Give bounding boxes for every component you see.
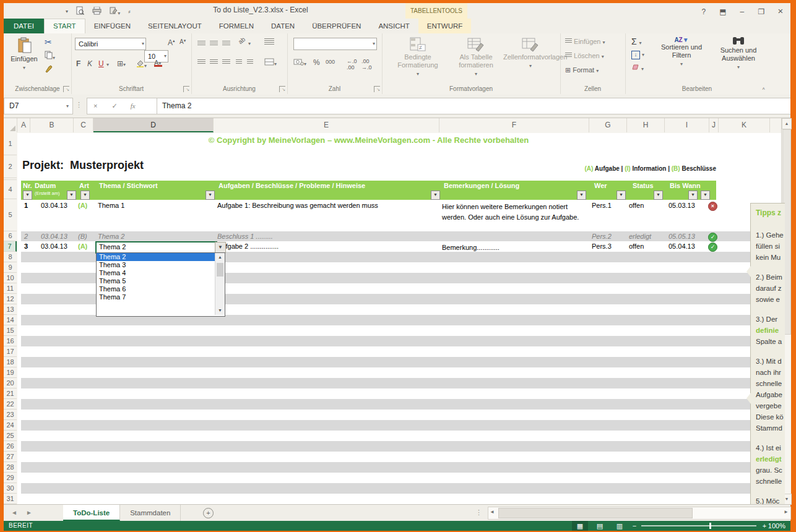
column-header-b[interactable]: B bbox=[30, 118, 74, 132]
green-check-icon[interactable]: ✓ bbox=[708, 242, 717, 252]
cells-format-button[interactable]: ⊞ Format ▾ bbox=[565, 66, 599, 74]
cell-wer[interactable]: Pers.1 bbox=[592, 202, 612, 209]
cell-bis-wann[interactable]: 05.05.13 bbox=[668, 233, 695, 240]
align-center-icon[interactable] bbox=[210, 59, 218, 65]
increase-decimal-icon[interactable]: ←.0.00 bbox=[347, 58, 357, 71]
number-format-select[interactable]: ▾ bbox=[293, 38, 377, 50]
align-left-icon[interactable] bbox=[197, 59, 205, 65]
dropdown-option[interactable]: Thema 7 bbox=[97, 293, 215, 301]
cell-datum[interactable]: 03.04.13 bbox=[41, 202, 67, 209]
row-header-4[interactable]: 4 bbox=[4, 180, 17, 199]
percent-style-button[interactable]: % bbox=[313, 58, 320, 67]
confirm-entry-icon[interactable]: ✓ bbox=[106, 102, 124, 109]
cell-aufgabe[interactable]: Aufgabe 1: Beschreibung was gemacht werd… bbox=[217, 202, 378, 209]
sort-filter-button[interactable]: AZ▼ Sortieren und Filtern ▾ bbox=[655, 36, 708, 67]
font-name-select[interactable]: Calibri▾ bbox=[75, 38, 146, 50]
format-painter-small-icon[interactable] bbox=[45, 64, 53, 74]
name-box-dropdown-icon[interactable]: ▾ bbox=[66, 98, 69, 114]
filter-thema-icon[interactable]: ▼ bbox=[205, 191, 215, 200]
row-header-1[interactable]: 1 bbox=[4, 133, 17, 155]
row-header-15[interactable]: 15 bbox=[4, 325, 17, 336]
grow-font-icon[interactable]: A▴ bbox=[168, 38, 175, 47]
conditional-formatting-button[interactable]: ≠ Bedingte Formatierung ▾ bbox=[391, 37, 445, 77]
align-bottom-icon[interactable] bbox=[222, 41, 230, 46]
filter-ampel-icon[interactable]: ▼ bbox=[701, 191, 710, 200]
formula-input[interactable]: Thema 2 bbox=[157, 98, 790, 114]
row-header-18[interactable]: 18 bbox=[4, 357, 17, 367]
help-button[interactable]: ? bbox=[695, 4, 712, 20]
shrink-font-icon[interactable]: A▾ bbox=[180, 38, 186, 45]
green-check-icon[interactable]: ✓ bbox=[708, 233, 717, 242]
row-header-12[interactable]: 12 bbox=[4, 294, 17, 304]
zoom-slider-track[interactable] bbox=[641, 525, 756, 526]
row-header-5[interactable]: 5 bbox=[4, 199, 17, 231]
underline-dropdown-icon[interactable]: ▾ bbox=[106, 62, 109, 67]
row-header-20[interactable]: 20 bbox=[4, 378, 17, 388]
cell-datum[interactable]: 03.04.13 bbox=[41, 233, 67, 240]
fill-icon[interactable]: ↓ ▾ bbox=[631, 50, 644, 59]
row-header-29[interactable]: 29 bbox=[4, 473, 17, 483]
filter-art-icon[interactable]: ▼ bbox=[80, 191, 90, 200]
sheet-tab-todo-liste[interactable]: ToDo-Liste bbox=[63, 505, 120, 521]
dropdown-scroll-up-icon[interactable]: ▲ bbox=[215, 253, 225, 262]
collapse-ribbon-icon[interactable]: ˄ bbox=[762, 86, 765, 92]
zoom-out-icon[interactable]: − bbox=[630, 521, 639, 531]
zoom-level[interactable]: 100% bbox=[768, 521, 785, 531]
cell-status[interactable]: erledigt bbox=[629, 233, 651, 240]
dropdown-scrollbar[interactable]: ▲ ▼ bbox=[215, 253, 225, 315]
ribbon-tab-entwurf[interactable]: ENTWURF bbox=[418, 19, 472, 33]
filter-status-icon[interactable]: ▼ bbox=[654, 191, 663, 200]
cell-nr[interactable]: 3 bbox=[24, 242, 28, 250]
autosum-icon[interactable]: Σ ▾ bbox=[631, 36, 642, 46]
filter-nr-icon[interactable]: ▼ bbox=[23, 191, 32, 200]
column-header-g[interactable]: G bbox=[589, 118, 627, 132]
wrap-text-icon[interactable] bbox=[264, 38, 274, 46]
ribbon-tab-überprüfen[interactable]: ÜBERPRÜFEN bbox=[303, 19, 370, 33]
column-header-k[interactable]: K bbox=[719, 118, 770, 132]
cell-bemerkung[interactable]: Hier können weitere Bemerkungen notiert … bbox=[442, 202, 589, 223]
normal-view-icon[interactable]: ▦ bbox=[572, 521, 588, 531]
cell-styles-button[interactable]: Zellenformatvorlagen ▾ bbox=[503, 37, 558, 69]
ribbon-tab-seitenlayout[interactable]: SEITENLAYOUT bbox=[139, 19, 210, 33]
clear-icon[interactable]: ▾ bbox=[631, 64, 644, 72]
name-box[interactable]: D7▾ bbox=[4, 98, 73, 114]
row-header-16[interactable]: 16 bbox=[4, 336, 17, 346]
dropdown-option[interactable]: Thema 5 bbox=[97, 277, 215, 285]
row-header-22[interactable]: 22 bbox=[4, 399, 17, 410]
dropdown-scroll-thumb[interactable] bbox=[217, 263, 223, 277]
alignment-dialog-launcher-icon[interactable]: ↘ bbox=[279, 86, 285, 92]
align-middle-icon[interactable] bbox=[210, 41, 218, 46]
cell-thema[interactable]: Thema 2 bbox=[98, 233, 124, 240]
cell-wer[interactable]: Pers.2 bbox=[592, 233, 612, 240]
borders-icon[interactable]: ⊞▾ bbox=[117, 59, 126, 68]
currency-icon[interactable]: ▾ bbox=[293, 58, 306, 67]
row-header-10[interactable]: 10 bbox=[4, 273, 17, 283]
cell-aufgabe[interactable]: Beschluss 1 ......... bbox=[217, 233, 273, 240]
conditional-formatting-dropdown-icon[interactable]: ▾ bbox=[417, 71, 419, 77]
sheet-nav-right-icon[interactable]: ► bbox=[26, 509, 32, 516]
cell-wer[interactable]: Pers.3 bbox=[592, 242, 612, 250]
active-cell-d7[interactable]: Thema 2 bbox=[95, 241, 217, 254]
font-color-icon[interactable]: A▾ bbox=[154, 59, 162, 67]
row-header-7[interactable]: 7 bbox=[4, 241, 17, 252]
cell-art[interactable]: (B) bbox=[78, 233, 87, 240]
horizontal-scroll-thumb[interactable] bbox=[498, 508, 693, 518]
cell-nr[interactable]: 2 bbox=[24, 233, 28, 240]
horizontal-scrollbar[interactable]: ◄ ► bbox=[488, 507, 791, 520]
row-header-19[interactable]: 19 bbox=[4, 367, 17, 378]
ribbon-display-button[interactable]: ⬒ bbox=[714, 4, 732, 20]
row-header-24[interactable]: 24 bbox=[4, 420, 17, 431]
new-sheet-icon[interactable]: + bbox=[203, 508, 214, 518]
column-header-a[interactable]: A bbox=[17, 118, 30, 132]
paste-dropdown-icon[interactable]: ▾ bbox=[23, 65, 25, 71]
dropdown-option[interactable]: Thema 6 bbox=[97, 285, 215, 293]
column-header-c[interactable]: C bbox=[74, 118, 93, 132]
align-right-icon[interactable] bbox=[222, 59, 230, 65]
cell-art[interactable]: (A) bbox=[78, 202, 87, 209]
align-top-icon[interactable] bbox=[197, 41, 205, 46]
cell-bemerkung[interactable]: Bemerkung............ bbox=[442, 242, 589, 253]
insert-function-icon[interactable]: fx bbox=[126, 102, 141, 109]
dropdown-scroll-down-icon[interactable]: ▼ bbox=[215, 306, 225, 315]
filter-wer-icon[interactable]: ▼ bbox=[616, 191, 626, 200]
minimize-button[interactable]: – bbox=[733, 4, 751, 20]
